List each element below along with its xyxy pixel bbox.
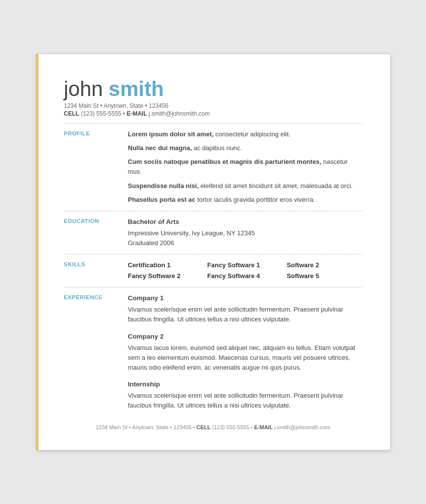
page-wrapper: john smith 1234 Main St • Anytown, State… xyxy=(0,0,426,504)
header-address: 1234 Main St • Anytown, State • 123456 xyxy=(64,102,362,109)
resume-footer: 1234 Main St • Anytown, State • 123456 •… xyxy=(64,424,362,430)
cell-number: (123) 555-5555 xyxy=(81,110,121,117)
profile-para-4: Suspendisse nulla nisi, eleifend sit ame… xyxy=(128,181,362,191)
skill-1: Certification 1 xyxy=(128,260,203,270)
profile-para-1: Lorem ipsum dolor sit amet, consectetur … xyxy=(128,129,362,139)
resume-header: john smith 1234 Main St • Anytown, State… xyxy=(64,78,362,117)
exp-company-1: Company 1 xyxy=(128,293,362,304)
email-value: j.smith@johnsmith.com xyxy=(149,110,210,117)
footer-email-label: E-MAIL xyxy=(254,424,273,430)
profile-para-2: Nulla nec dui magna, ac dapibus nunc. xyxy=(128,143,362,153)
profile-divider xyxy=(64,211,362,211)
footer-cell-value: (123) 555-5555 xyxy=(212,424,249,430)
profile-label: PROFILE xyxy=(64,129,128,205)
exp-desc-1: Vivamus scelerisque enim vel ante sollic… xyxy=(128,305,362,324)
footer-address: 1234 Main St • Anytown, State • 123456 xyxy=(96,424,192,430)
education-label: EDUCATION xyxy=(64,217,128,248)
experience-content: Company 1 Vivamus scelerisque enim vel a… xyxy=(128,293,362,410)
profile-rest-5: tortor iaculis gravida porttitor eros vi… xyxy=(197,196,315,203)
header-divider xyxy=(64,123,362,124)
footer-cell-label: CELL xyxy=(197,424,211,430)
experience-section: EXPERIENCE Company 1 Vivamus scelerisque… xyxy=(64,293,362,410)
skills-divider xyxy=(64,287,362,287)
profile-section: PROFILE Lorem ipsum dolor sit amet, cons… xyxy=(64,129,362,205)
profile-para-3: Cum sociis natoque penatibus et magnis d… xyxy=(128,157,362,177)
edu-degree: Bachelor of Arts xyxy=(128,217,362,227)
exp-company-2: Company 2 xyxy=(128,332,362,342)
exp-desc-3: Vivamus scelerisque enim vel ante sollic… xyxy=(128,391,362,410)
skill-2: Fancy Software 1 xyxy=(207,260,283,270)
exp-entry-1: Company 1 Vivamus scelerisque enim vel a… xyxy=(128,293,362,324)
footer-sep2: • xyxy=(251,424,254,430)
profile-para-5: Phasellus porta est ac tortor iaculis gr… xyxy=(128,195,362,205)
first-name: john xyxy=(64,77,103,100)
profile-rest-2: ac dapibus nunc. xyxy=(194,144,242,152)
profile-bold-1: Lorem ipsum dolor sit amet, xyxy=(128,130,214,138)
last-name: smith xyxy=(109,77,164,100)
edu-graduated: Graduated 2006 xyxy=(128,238,362,248)
footer-email-value: j.smith@johnsmith.com xyxy=(274,424,330,430)
profile-bold-5: Phasellus porta est ac xyxy=(128,196,196,203)
exp-entry-3: Internship Vivamus scelerisque enim vel … xyxy=(128,379,362,410)
profile-rest-1: consectetur adipiscing elit. xyxy=(215,130,290,138)
skill-4: Fancy Software 2 xyxy=(128,271,203,281)
exp-entry-2: Company 2 Vivamus lacus lorem, euismod s… xyxy=(128,332,362,373)
email-label: E-MAIL xyxy=(127,110,147,117)
skill-6: Software 5 xyxy=(287,271,362,281)
profile-bold-2: Nulla nec dui magna, xyxy=(128,144,192,152)
resume-document: john smith 1234 Main St • Anytown, State… xyxy=(36,54,391,450)
skills-section: SKILLS Certification 1 Fancy Software 1 … xyxy=(64,260,362,281)
header-name: john smith xyxy=(64,78,362,100)
education-section: EDUCATION Bachelor of Arts Impressive Un… xyxy=(64,217,362,248)
skills-content: Certification 1 Fancy Software 1 Softwar… xyxy=(128,260,362,281)
profile-bold-3: Cum sociis natoque penatibus et magnis d… xyxy=(128,158,322,165)
exp-desc-2: Vivamus lacus lorem, euismod sed aliquet… xyxy=(128,343,362,373)
skills-label: SKILLS xyxy=(64,260,128,281)
header-contact: CELL (123) 555-5555 • E-MAIL j.smith@joh… xyxy=(64,110,362,117)
footer-sep1: • xyxy=(193,424,197,430)
skill-5: Fancy Software 4 xyxy=(207,271,283,281)
profile-content: Lorem ipsum dolor sit amet, consectetur … xyxy=(128,129,362,205)
education-content: Bachelor of Arts Impressive University, … xyxy=(128,217,362,248)
skill-3: Software 2 xyxy=(287,260,362,270)
profile-bold-4: Suspendisse nulla nisi, xyxy=(128,182,199,189)
skills-grid: Certification 1 Fancy Software 1 Softwar… xyxy=(128,260,362,281)
profile-rest-4: eleifend sit amet tincidunt sit amet, ma… xyxy=(200,182,353,189)
exp-company-3: Internship xyxy=(128,379,362,390)
edu-university: Impressive University, Ivy League, NY 12… xyxy=(128,228,362,238)
experience-label: EXPERIENCE xyxy=(64,293,128,410)
cell-label: CELL xyxy=(64,110,79,117)
education-divider xyxy=(64,254,362,254)
separator: • xyxy=(123,110,127,117)
